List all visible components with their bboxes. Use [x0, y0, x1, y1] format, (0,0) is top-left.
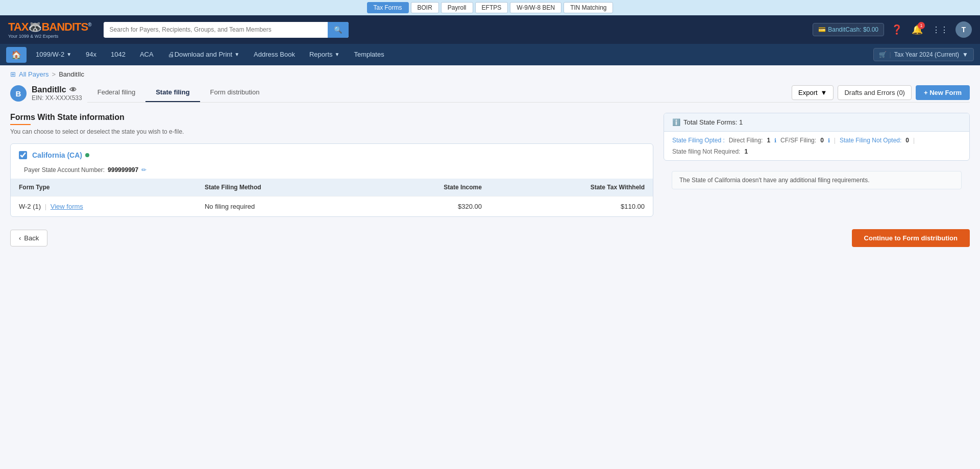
nav-94x[interactable]: 94x	[79, 44, 104, 65]
nav-1099-w2-label: 1099/W-2	[36, 51, 64, 58]
footer-actions: ‹ Back Continue to Form distribution	[10, 229, 970, 252]
cell-form-type: W-2 (1) | View forms	[11, 196, 197, 217]
help-button[interactable]: ❓	[889, 22, 904, 37]
pipe-separator: |	[45, 203, 46, 210]
payer-name: BanditIlc 👁	[32, 85, 82, 94]
drafts-button[interactable]: Drafts and Errors (0)	[838, 85, 911, 100]
tab-state-filing[interactable]: State filing	[145, 83, 200, 102]
left-panel: Forms With State information You can cho…	[10, 113, 653, 217]
topbar-payroll[interactable]: Payroll	[441, 2, 473, 13]
breadcrumb-current: BanditIlc	[59, 70, 84, 78]
nav-aca[interactable]: ACA	[133, 44, 161, 65]
new-form-button[interactable]: + New Form	[916, 85, 970, 100]
col-state-income: State Income	[364, 179, 490, 196]
export-caret: ▼	[821, 89, 827, 96]
state-section: California (CA) Payer State Account Numb…	[10, 143, 653, 217]
nav-aca-label: ACA	[140, 51, 154, 58]
breadcrumb-all-payers[interactable]: All Payers	[19, 70, 49, 78]
search-button[interactable]: 🔍	[328, 22, 349, 38]
cfsf-info-icon: ℹ	[828, 137, 830, 144]
green-dot-icon	[85, 153, 89, 157]
bandit-cash[interactable]: 💳 BanditCash: $0.00	[813, 23, 884, 36]
cfsf-val: 0	[820, 137, 824, 144]
nav-94x-label: 94x	[86, 51, 96, 58]
forms-table: Form Type State Filing Method State Inco…	[11, 179, 653, 216]
nav-1099-w2[interactable]: 1099/W-2 ▼	[29, 44, 79, 65]
grid-button[interactable]: ⋮⋮	[930, 23, 950, 37]
state-account-number: 999999997	[108, 166, 138, 174]
search-input[interactable]	[104, 22, 328, 37]
info-icon: ℹ️	[672, 118, 680, 126]
logo-text: TAX🦝BANDITS®	[8, 20, 91, 34]
tax-year-select[interactable]: 🛒 | Tax Year 2024 (Current) ▼	[873, 48, 974, 61]
state-filing-opted-label[interactable]: State Filing Opted :	[672, 137, 725, 144]
cfsf-label: CF/SF Filing:	[780, 137, 816, 144]
sep2: |	[913, 137, 915, 144]
direct-filing-val: 1	[767, 137, 770, 144]
nav-templates[interactable]: Templates	[347, 44, 391, 65]
right-panel: ℹ️ Total State Forms: 1 State Filing Opt…	[664, 113, 970, 217]
continue-button[interactable]: Continue to Form distribution	[852, 229, 970, 247]
edit-icon[interactable]: ✏	[141, 166, 146, 174]
topbar-eftps[interactable]: EFTPS	[475, 2, 508, 13]
direct-filing-label: Direct Filing:	[729, 137, 763, 144]
summary-header: ℹ️ Total State Forms: 1	[664, 113, 969, 132]
nav-download-print-caret: ▼	[234, 52, 239, 57]
section-subtitle: You can choose to select or deselect the…	[10, 128, 653, 135]
summary-body: State Filing Opted : Direct Filing: 1 ℹ …	[664, 132, 969, 160]
home-button[interactable]: 🏠	[6, 47, 27, 63]
sep1: |	[834, 137, 836, 144]
summary-box: ℹ️ Total State Forms: 1 State Filing Opt…	[664, 113, 970, 161]
form-type-text: W-2 (1)	[19, 203, 41, 210]
nav-1099-w2-caret: ▼	[66, 52, 71, 57]
col-state-tax-withheld: State Tax Withheld	[490, 179, 653, 196]
bandit-cash-label: BanditCash: $0.00	[828, 26, 878, 33]
payer-header: B BanditIlc 👁 EIN: XX-XXXX533	[10, 83, 82, 105]
back-label: Back	[24, 234, 39, 242]
breadcrumb-separator: >	[52, 70, 56, 78]
avatar[interactable]: T	[955, 21, 972, 38]
nav-reports-label: Reports	[309, 51, 333, 58]
back-button[interactable]: ‹ Back	[10, 230, 47, 246]
direct-filing-info-icon: ℹ	[774, 137, 776, 144]
nav-download-print-label: Download and Print	[175, 51, 232, 58]
topbar-tin-matching[interactable]: TIN Matching	[564, 2, 613, 13]
california-checkbox[interactable]	[19, 151, 27, 159]
print-icon: 🖨	[168, 51, 175, 58]
table-row: W-2 (1) | View forms No filing required …	[11, 196, 653, 217]
state-account-label: Payer State Account Number:	[24, 166, 105, 174]
eye-icon[interactable]: 👁	[69, 86, 77, 94]
export-button[interactable]: Export ▼	[792, 85, 834, 100]
tab-form-distribution[interactable]: Form distribution	[200, 83, 270, 102]
back-arrow-icon: ‹	[19, 234, 21, 242]
tab-federal-filing[interactable]: Federal filing	[87, 83, 145, 102]
nav-address-book[interactable]: Address Book	[247, 44, 302, 65]
nav-1042[interactable]: 1042	[104, 44, 133, 65]
nav-divider: |	[890, 51, 891, 58]
state-name: California (CA)	[32, 151, 89, 159]
payer-name-text: BanditIlc	[32, 85, 66, 94]
section-title-underline	[10, 124, 31, 125]
search-bar: 🔍	[104, 22, 349, 38]
payer-avatar: B	[10, 85, 27, 102]
not-opted-label[interactable]: State Filing Not Opted:	[840, 137, 901, 144]
notification-badge: 1	[918, 22, 925, 29]
state-name-text: California (CA)	[32, 151, 82, 159]
logo: TAX🦝BANDITS® Your 1099 & W2 Experts	[8, 20, 91, 39]
logo-tax: TAX	[8, 20, 28, 33]
nav-templates-label: Templates	[354, 51, 384, 58]
bandit-cash-icon: 💳	[818, 26, 826, 33]
not-required-val: 1	[744, 148, 748, 155]
state-header: California (CA)	[11, 144, 653, 166]
topbar-boir[interactable]: BOIR	[411, 2, 439, 13]
nav-reports[interactable]: Reports ▼	[302, 44, 347, 65]
view-forms-link[interactable]: View forms	[51, 203, 83, 210]
cart-icon: 🛒	[879, 51, 887, 58]
topbar-w9-w8-ben[interactable]: W-9/W-8 BEN	[510, 2, 561, 13]
topbar-tax-forms[interactable]: Tax Forms	[367, 2, 409, 13]
cell-filing-method: No filing required	[197, 196, 364, 217]
content-area: Forms With State information You can cho…	[10, 113, 970, 217]
nav-address-book-label: Address Book	[254, 51, 295, 58]
nav-download-print[interactable]: 🖨 Download and Print ▼	[161, 44, 247, 65]
notifications-button[interactable]: 🔔 1	[910, 22, 925, 37]
